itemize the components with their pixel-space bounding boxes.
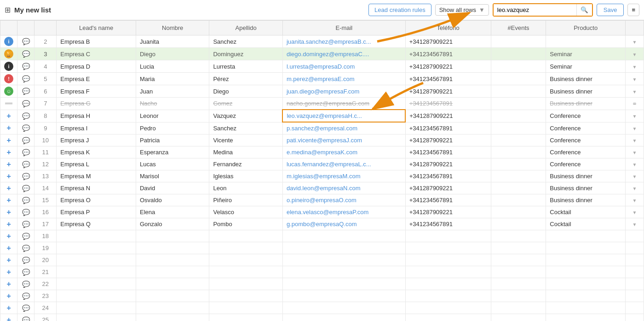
dropdown-cell[interactable] bbox=[626, 266, 644, 278]
dropdown-cell[interactable]: ▼ bbox=[626, 110, 644, 122]
dropdown-cell[interactable]: ▼ bbox=[626, 122, 644, 134]
email-cell[interactable]: o.pineiro@empresaO.com bbox=[282, 194, 405, 206]
email-cell[interactable] bbox=[282, 254, 405, 266]
email-link[interactable]: pati.vicente@empresaJ.com bbox=[287, 137, 362, 144]
chevron-down-icon[interactable]: ▼ bbox=[632, 126, 637, 131]
comment-cell[interactable]: 💬 bbox=[17, 218, 34, 230]
chevron-down-icon[interactable]: ▼ bbox=[632, 210, 637, 215]
email-link[interactable]: elena.velasco@empresaP.com bbox=[287, 209, 368, 216]
email-link[interactable]: p.sanchez@empresal.com bbox=[287, 125, 357, 132]
plus-icon[interactable]: + bbox=[6, 280, 11, 288]
chevron-down-icon[interactable]: ▼ bbox=[632, 186, 637, 191]
chevron-down-icon[interactable]: ▼ bbox=[632, 89, 637, 94]
email-link[interactable]: david.leon@empresaN.com bbox=[287, 185, 361, 192]
search-button[interactable]: 🔍 bbox=[576, 4, 592, 16]
dropdown-cell[interactable]: ▼ bbox=[626, 146, 644, 158]
chevron-down-icon[interactable]: ▼ bbox=[632, 138, 637, 143]
chevron-down-icon[interactable]: ▼ bbox=[632, 64, 637, 70]
plus-icon[interactable]: + bbox=[6, 208, 11, 216]
dropdown-cell[interactable]: ▼ bbox=[626, 206, 644, 218]
status-cell[interactable]: + bbox=[0, 134, 17, 146]
plus-icon[interactable]: + bbox=[6, 292, 11, 300]
email-cell[interactable]: p.sanchez@empresal.com bbox=[282, 122, 405, 134]
status-cell[interactable]: + bbox=[0, 290, 17, 302]
status-cell[interactable]: 🏆 bbox=[0, 48, 17, 60]
status-cell[interactable]: + bbox=[0, 194, 17, 206]
dropdown-cell[interactable]: ▼ bbox=[626, 218, 644, 230]
comment-cell[interactable]: 💬 bbox=[17, 60, 34, 73]
dropdown-cell[interactable]: = bbox=[626, 98, 644, 110]
comment-cell[interactable]: 💬 bbox=[17, 254, 34, 266]
email-link[interactable]: juan.diego@empresaF.com bbox=[287, 88, 359, 95]
comment-cell[interactable]: 💬 bbox=[17, 266, 34, 278]
dropdown-cell[interactable]: ▼ bbox=[626, 85, 644, 98]
email-cell[interactable]: juan.diego@empresaF.com bbox=[282, 85, 405, 98]
status-cell[interactable]: + bbox=[0, 122, 17, 134]
status-cell[interactable]: + bbox=[0, 206, 17, 218]
email-link[interactable]: nacho.gomez@empresaG.com bbox=[287, 100, 369, 107]
dropdown-cell[interactable]: ▼ bbox=[626, 73, 644, 85]
email-link[interactable]: m.iglesias@empresaM.com bbox=[287, 173, 361, 180]
comment-cell[interactable]: 💬 bbox=[17, 48, 34, 60]
plus-icon[interactable]: + bbox=[6, 184, 11, 192]
dropdown-cell[interactable]: ▼ bbox=[626, 158, 644, 170]
show-rows-select[interactable]: Show all rows ▼ bbox=[435, 4, 489, 16]
status-cell[interactable]: ☺ bbox=[0, 85, 17, 98]
comment-cell[interactable]: 💬 bbox=[17, 290, 34, 302]
status-cell[interactable]: + bbox=[0, 230, 17, 242]
email-cell[interactable] bbox=[282, 266, 405, 278]
email-link[interactable]: l.urresta@empresaD.com bbox=[287, 63, 355, 70]
status-cell[interactable]: + bbox=[0, 254, 17, 266]
comment-cell[interactable]: 💬 bbox=[17, 182, 34, 194]
chevron-down-icon[interactable]: ▼ bbox=[632, 114, 637, 119]
comment-cell[interactable]: 💬 bbox=[17, 98, 34, 110]
plus-icon[interactable]: + bbox=[6, 256, 11, 264]
status-cell[interactable]: + bbox=[0, 170, 17, 182]
dropdown-cell[interactable] bbox=[626, 254, 644, 266]
dropdown-cell[interactable]: ▼ bbox=[626, 48, 644, 60]
comment-cell[interactable]: 💬 bbox=[17, 73, 34, 85]
email-link[interactable]: m.perez@empresaE.com bbox=[287, 76, 355, 82]
dropdown-cell[interactable] bbox=[626, 314, 644, 321]
chevron-down-icon[interactable]: ▼ bbox=[632, 77, 637, 82]
status-cell[interactable]: i bbox=[0, 60, 17, 73]
email-cell[interactable] bbox=[282, 302, 405, 314]
email-cell[interactable]: m.iglesias@empresaM.com bbox=[282, 170, 405, 182]
comment-cell[interactable]: 💬 bbox=[17, 35, 34, 48]
email-link[interactable]: lucas.fernandez@empresaL.c... bbox=[287, 161, 371, 168]
email-link[interactable]: e.medina@empresaK.com bbox=[287, 149, 357, 156]
dropdown-cell[interactable] bbox=[626, 278, 644, 290]
status-cell[interactable]: + bbox=[0, 158, 17, 170]
plus-icon[interactable]: + bbox=[6, 268, 11, 276]
plus-icon[interactable]: + bbox=[6, 220, 11, 228]
email-cell[interactable]: david.leon@empresaN.com bbox=[282, 182, 405, 194]
dropdown-cell[interactable] bbox=[626, 302, 644, 314]
comment-cell[interactable]: 💬 bbox=[17, 146, 34, 158]
comment-cell[interactable]: 💬 bbox=[17, 278, 34, 290]
status-cell[interactable]: i bbox=[0, 35, 17, 48]
email-cell[interactable]: elena.velasco@empresaP.com bbox=[282, 206, 405, 218]
status-cell[interactable]: + bbox=[0, 278, 17, 290]
status-cell[interactable]: + bbox=[0, 110, 17, 122]
plus-icon[interactable]: + bbox=[6, 124, 11, 132]
email-cell[interactable]: pati.vicente@empresaJ.com bbox=[282, 134, 405, 146]
comment-cell[interactable]: 💬 bbox=[17, 314, 34, 321]
email-link[interactable]: o.pineiro@empresaO.com bbox=[287, 197, 356, 204]
dropdown-cell[interactable]: ▼ bbox=[626, 35, 644, 48]
email-cell[interactable]: g.pombo@empresaQ.com bbox=[282, 218, 405, 230]
email-cell[interactable] bbox=[282, 242, 405, 254]
chevron-down-icon[interactable]: ▼ bbox=[632, 150, 637, 155]
comment-cell[interactable]: 💬 bbox=[17, 110, 34, 122]
comment-cell[interactable]: 💬 bbox=[17, 134, 34, 146]
status-cell[interactable]: + bbox=[0, 146, 17, 158]
dropdown-cell[interactable]: ▼ bbox=[626, 194, 644, 206]
status-cell[interactable]: ! bbox=[0, 73, 17, 85]
status-cell[interactable]: + bbox=[0, 242, 17, 254]
chevron-down-icon[interactable]: ▼ bbox=[632, 198, 637, 203]
status-cell[interactable]: + bbox=[0, 218, 17, 230]
email-cell[interactable]: diego.domingez@empresaC.... bbox=[282, 48, 405, 60]
dropdown-cell[interactable] bbox=[626, 230, 644, 242]
chevron-down-icon[interactable]: ▼ bbox=[632, 222, 637, 227]
plus-icon[interactable]: + bbox=[6, 148, 11, 156]
menu-button[interactable]: ≡ bbox=[627, 4, 639, 16]
